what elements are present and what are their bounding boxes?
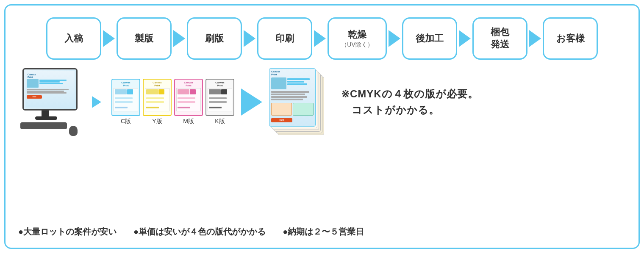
illust-section: CanvasPrint — [6, 64, 638, 140]
monitor: CanvasPrint — [22, 68, 78, 110]
plate-y: CanvasPrint — [143, 79, 172, 116]
step-kanso: 乾燥 （UV除く） — [328, 17, 387, 60]
bullet-3: ●納期は２〜５営業日 — [283, 226, 364, 237]
arrow-2 — [173, 30, 185, 47]
note-text: ※CMYKの４枚の版が必要。 コストがかかる。 — [341, 86, 626, 119]
print-stack: CanvasPrint — [269, 68, 324, 136]
plate-m: CanvasPrint — [174, 79, 203, 116]
mouse — [69, 126, 78, 136]
step-okyaku: お客様 — [543, 17, 598, 60]
bullet-1: ●大量ロットの案件が安い — [18, 226, 117, 237]
monitor-base — [35, 116, 57, 120]
plates-area: CanvasPrint CanvasPrint — [111, 79, 234, 125]
outer-border: 入稿 製版 刷版 印刷 乾燥 （UV除く） 後加工 梱包 発送 — [4, 4, 640, 249]
computer-illustration: CanvasPrint — [18, 68, 86, 136]
arrow-3 — [244, 30, 255, 47]
connector-arrow — [86, 96, 107, 108]
step-konpo: 梱包 発送 — [472, 17, 527, 60]
note-area: ※CMYKの４枚の版が必要。 コストがかかる。 — [324, 86, 626, 119]
step-nyukou: 入稿 — [46, 17, 101, 60]
arrow-7 — [529, 30, 541, 47]
plate-k: CanvasPrint — [205, 79, 234, 116]
step-satsuban: 刷版 — [187, 17, 242, 60]
big-arrow — [241, 88, 262, 116]
plate-c: CanvasPrint — [111, 79, 140, 116]
step-insatsu: 印刷 — [257, 17, 312, 60]
step-koka: 後加工 — [402, 17, 457, 60]
arrow-6 — [459, 30, 471, 47]
plates-labels: C版 Y版 M版 K版 — [111, 118, 234, 125]
arrow-5 — [389, 30, 400, 47]
bullet-2: ●単価は安いが４色の版代がかかる — [133, 226, 266, 237]
flow-section: 入稿 製版 刷版 印刷 乾燥 （UV除く） 後加工 梱包 発送 — [6, 6, 638, 64]
bullets-section: ●大量ロットの案件が安い ●単価は安いが４色の版代がかかる ●納期は２〜５営業日 — [18, 226, 626, 237]
step-seihan: 製版 — [117, 17, 172, 60]
arrow-4 — [314, 30, 326, 47]
keyboard — [20, 122, 67, 129]
monitor-screen: CanvasPrint — [24, 69, 76, 109]
arrow-1 — [103, 30, 115, 47]
plates-row: CanvasPrint CanvasPrint — [111, 79, 234, 116]
